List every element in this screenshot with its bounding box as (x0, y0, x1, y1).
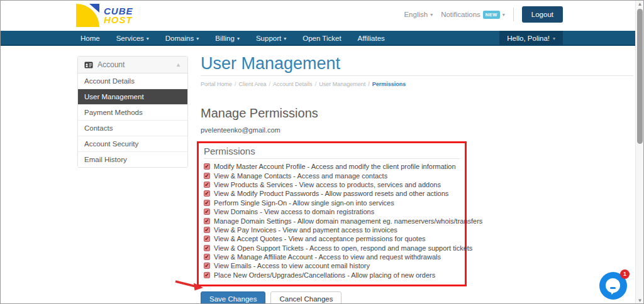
sidebar-item-contacts[interactable]: Contacts (78, 121, 187, 136)
checkbox-checked-icon[interactable]: ✔ (204, 163, 210, 170)
site-logo[interactable]: CUBE HOST (76, 4, 133, 27)
checkbox-checked-icon[interactable]: ✔ (204, 209, 210, 215)
manage-permissions-title: Manage Permissions (201, 106, 633, 121)
permission-row: ✔View & Accept Quotes - View and accepta… (204, 234, 460, 243)
checkbox-checked-icon[interactable]: ✔ (204, 190, 210, 197)
main-content: User Management Portal Home Client Area … (201, 53, 633, 304)
caret-down-icon: ▾ (147, 36, 149, 41)
user-menu[interactable]: Hello, Polina! ▾ (499, 31, 563, 46)
save-changes-button[interactable]: Save Changes (201, 291, 265, 304)
scroll-down-arrow-icon[interactable]: ▼ (636, 297, 644, 304)
cancel-changes-button[interactable]: Cancel Changes (270, 291, 341, 304)
sidebar-item-payment-methods[interactable]: Payment Methods (78, 105, 187, 121)
page-title: User Management (201, 53, 633, 73)
notifications-label: Notifications (441, 11, 480, 18)
nav-item-services[interactable]: Services▾ (108, 31, 157, 46)
permissions-annotation-box: Permissions ✔Modify Master Account Profi… (197, 141, 467, 286)
checkbox-checked-icon[interactable]: ✔ (204, 272, 210, 278)
user-email: pvelenteenko@gmail.com (201, 126, 633, 134)
breadcrumb: Portal Home Client Area Account Details … (201, 81, 633, 87)
nav-item-open-ticket[interactable]: Open Ticket (294, 31, 349, 46)
caret-down-icon: ▾ (237, 36, 240, 41)
permission-row: ✔View & Manage Affiliate Account - Acces… (204, 252, 460, 261)
language-label: English (404, 11, 428, 18)
permission-row: ✔View & Manage Contacts - Access and man… (204, 171, 460, 180)
live-chat-widget[interactable]: 1 (599, 271, 628, 300)
caret-down-icon: ▾ (430, 12, 433, 18)
checkbox-checked-icon[interactable]: ✔ (204, 245, 210, 251)
new-badge: NEW (483, 11, 500, 19)
nav-items: Home Services▾ Domains▾ Billing▾ Support… (72, 31, 393, 46)
sidebar-item-account-details[interactable]: Account Details (78, 73, 187, 89)
checkbox-checked-icon[interactable]: ✔ (204, 227, 210, 233)
chat-notification-badge: 1 (620, 269, 630, 279)
permission-row: ✔View Emails - Access to view account em… (204, 261, 460, 270)
permission-row: ✔Perform Single Sign-On - Allow single s… (204, 198, 460, 207)
account-sidebar: Account ▲ Account Details User Managemen… (77, 56, 188, 168)
caret-down-icon: ▾ (196, 36, 199, 41)
caret-down-icon: ▾ (502, 12, 505, 18)
checkbox-checked-icon[interactable]: ✔ (204, 200, 210, 206)
vertical-scrollbar[interactable]: ▲ ▼ (635, 1, 643, 304)
header-actions: English ▾ Notifications NEW ▾ Logout (404, 6, 563, 23)
chevron-up-icon: ▲ (175, 62, 181, 68)
header-divider (513, 8, 514, 21)
client-area-page: CUBE HOST English ▾ Notifications NEW ▾ … (0, 0, 644, 304)
checkbox-checked-icon[interactable]: ✔ (204, 182, 210, 188)
top-header: CUBE HOST English ▾ Notifications NEW ▾ … (1, 1, 644, 31)
main-navbar: Home Services▾ Domains▾ Billing▾ Support… (1, 31, 644, 46)
checkbox-checked-icon[interactable]: ✔ (204, 173, 210, 179)
nav-item-domains[interactable]: Domains▾ (157, 31, 207, 46)
caret-down-icon: ▾ (553, 36, 555, 41)
sidebar-header-label: Account (97, 60, 125, 69)
breadcrumb-user-management[interactable]: User Management (315, 81, 366, 87)
caret-down-icon: ▾ (284, 36, 286, 41)
scrollbar-thumb[interactable] (637, 9, 643, 144)
checkbox-checked-icon[interactable]: ✔ (204, 263, 210, 269)
nav-item-billing[interactable]: Billing▾ (207, 31, 248, 46)
sidebar-item-email-history[interactable]: Email History (78, 152, 187, 167)
logout-button[interactable]: Logout (522, 6, 563, 23)
breadcrumb-permissions: Permissions (368, 81, 406, 87)
title-divider (201, 75, 633, 76)
scroll-up-arrow-icon[interactable]: ▲ (636, 1, 644, 8)
permission-row: ✔Place New Orders/Upgrades/Cancellations… (204, 271, 460, 280)
cube-host-logo-icon (76, 4, 99, 27)
logo-line2: HOST (104, 16, 133, 24)
breadcrumb-account-details[interactable]: Account Details (269, 81, 313, 87)
checkbox-checked-icon[interactable]: ✔ (204, 254, 210, 260)
nav-item-affiliates[interactable]: Affiliates (350, 31, 393, 46)
permissions-heading: Permissions (204, 146, 460, 159)
red-arrow-annotation (174, 280, 204, 292)
user-greeting: Hello, Polina! (507, 35, 550, 42)
breadcrumb-client-area[interactable]: Client Area (235, 81, 267, 87)
permission-row: ✔View & Pay Invoices - View and payment … (204, 225, 460, 234)
sidebar-item-user-management[interactable]: User Management (78, 89, 187, 105)
checkbox-checked-icon[interactable]: ✔ (204, 218, 210, 224)
notifications-dropdown[interactable]: Notifications NEW ▾ (441, 11, 505, 19)
form-actions: Save Changes Cancel Changes (201, 291, 633, 304)
nav-item-support[interactable]: Support▾ (248, 31, 294, 46)
permission-row: ✔View & Modify Product Passwords - Allow… (204, 189, 460, 198)
breadcrumb-portal-home[interactable]: Portal Home (201, 81, 232, 87)
checkbox-checked-icon[interactable]: ✔ (204, 236, 210, 242)
permission-row: ✔Manage Domain Settings - Allow domain m… (204, 216, 460, 225)
sidebar-item-account-security[interactable]: Account Security (78, 136, 187, 152)
permission-row: ✔View & Open Support Tickets - Access to… (204, 244, 460, 252)
sidebar-header-account[interactable]: Account ▲ (78, 57, 187, 73)
permission-row: ✔View Domains - View access to domain re… (204, 207, 460, 216)
nav-item-home[interactable]: Home (72, 31, 108, 46)
id-card-icon (84, 62, 93, 68)
language-dropdown[interactable]: English ▾ (404, 11, 433, 18)
permission-row: ✔Modify Master Account Profile - Access … (204, 162, 460, 171)
permission-row: ✔View Products & Services - View access … (204, 180, 460, 189)
logo-text: CUBE HOST (104, 7, 133, 24)
